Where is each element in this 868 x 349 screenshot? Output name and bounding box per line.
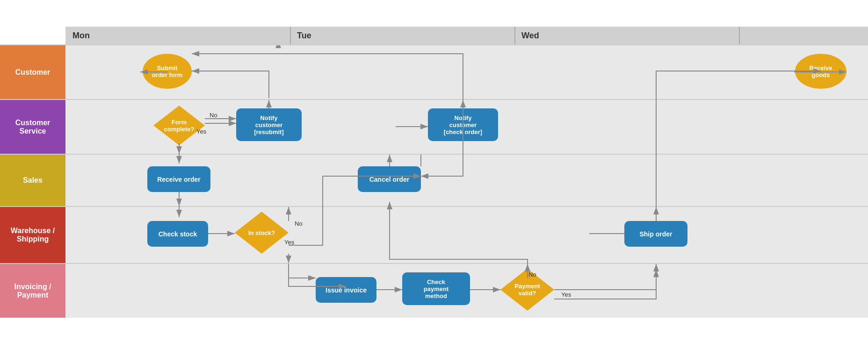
day-mon: Mon — [72, 31, 90, 41]
issue-invoice-node: Issue invoice — [316, 277, 376, 303]
receive-order-node: Receive order — [147, 166, 210, 192]
lane-customer-service: Customer Service Form complete? Notify c… — [0, 99, 868, 154]
timeline-header: Mon Tue Wed Order placed [Notification] … — [0, 0, 868, 44]
no-label-cs: No — [210, 112, 217, 119]
lane-warehouse-label: Warehouse / Shipping — [0, 207, 65, 263]
lane-sales: Sales Receive order Cancel order — [0, 154, 868, 206]
lane-invoicing: Invoicing / Payment Issue invoice Check … — [0, 263, 868, 318]
submit-order-node: Submit order form — [143, 54, 192, 89]
lane-customer: Customer Submit order form Receive goods — [0, 44, 868, 99]
check-stock-node: Check stock — [147, 221, 208, 247]
check-payment-node: Check payment method — [402, 272, 470, 305]
lane-cs-content: Form complete? Notify customer [resubmit… — [65, 100, 868, 154]
no-label-wh: No — [295, 220, 303, 227]
notify-check-node: Notify customer [check order] — [428, 108, 498, 141]
lane-customer-content: Submit order form Receive goods — [65, 45, 868, 99]
lane-warehouse: Warehouse / Shipping Check stock In stoc… — [0, 206, 868, 263]
lane-warehouse-content: Check stock In stock? Ship order No Yes — [65, 207, 868, 263]
notify-resubmit-node: Notify customer [resubmit] — [236, 108, 302, 141]
ship-order-node: Ship order — [624, 221, 687, 247]
in-stock-node: In stock? — [235, 212, 289, 254]
lane-customer-label: Customer — [0, 45, 65, 99]
yes-label-wh: Yes — [284, 239, 294, 246]
payment-valid-node: Payment valid? — [500, 269, 554, 311]
yes-label-cs: Yes — [196, 128, 206, 135]
lane-sales-content: Receive order Cancel order — [65, 155, 868, 206]
yes-label-inv: Yes — [561, 291, 571, 298]
form-complete-node: Form complete? — [153, 106, 205, 145]
cancel-order-node: Cancel order — [358, 166, 421, 192]
no-label-inv: No — [528, 271, 536, 278]
day-wed: Wed — [521, 31, 539, 41]
lane-cs-label: Customer Service — [0, 100, 65, 154]
lane-invoicing-content: Issue invoice Check payment method Payme… — [65, 264, 868, 318]
diagram-container: Mon Tue Wed Order placed [Notification] … — [0, 0, 868, 318]
lane-sales-label: Sales — [0, 155, 65, 206]
day-tue: Tue — [297, 31, 311, 41]
receive-goods-node: Receive goods — [795, 54, 846, 89]
lane-invoicing-label: Invoicing / Payment — [0, 264, 65, 318]
